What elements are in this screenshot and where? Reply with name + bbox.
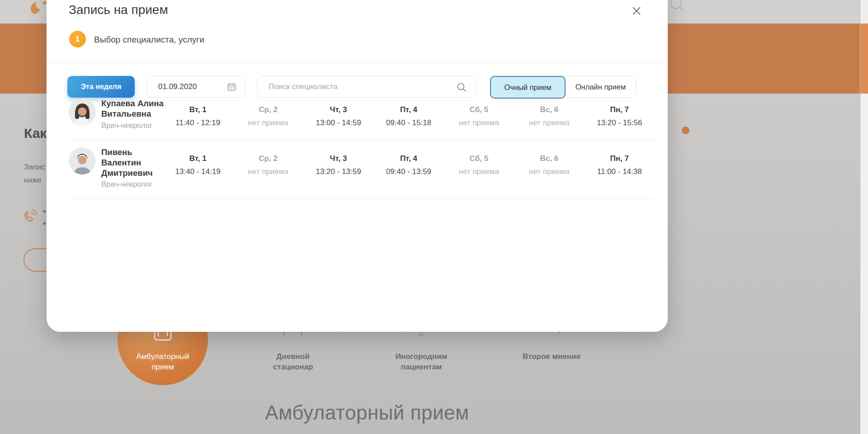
slot-day-label: Пт, 4 — [373, 105, 443, 114]
doctor-row: Купаева Алина ВитальевнаВрач-неврологВт,… — [69, 91, 655, 140]
schedule-slot: Вс, 6нет приема — [514, 98, 584, 130]
service-label: Амбулаторный прием — [129, 352, 197, 373]
slot-time: нет приема — [444, 118, 514, 127]
doctors-schedule-list: Купаева Алина ВитальевнаВрач-неврологВт,… — [69, 91, 655, 199]
service-label: Дневной стационар — [257, 352, 329, 373]
page-text-fragment: ниже — [24, 176, 42, 185]
page-root: Как Запис ниже + + Амбулаторный приемДне… — [0, 0, 868, 434]
decorative-dot — [682, 127, 689, 134]
service-label: Иногородним пациентам — [385, 352, 458, 373]
schedule-cells: Вт, 113:40 - 14:19Ср, 2нет приемаЧт, 313… — [163, 146, 655, 189]
phone-number-fragment: + — [42, 207, 47, 217]
slot-time: нет приема — [514, 167, 584, 176]
slot-day-label: Ср, 2 — [233, 105, 303, 114]
page-text-fragment: Запис — [24, 163, 45, 172]
slot-day-label: Пн, 7 — [585, 154, 655, 163]
appointment-modal: Запись на прием 1 Выбор специалиста, усл… — [47, 0, 668, 332]
schedule-slot: Ср, 2нет приема — [233, 98, 303, 130]
phone-icon — [22, 208, 38, 226]
slot-time: нет приема — [233, 167, 303, 176]
slot-time: 13:20 - 15:56 — [585, 118, 655, 127]
doctor-identity: Купаева Алина ВитальевнаВрач-невролог — [69, 98, 163, 130]
service-label: Второе мнение — [515, 352, 588, 362]
divider — [47, 63, 668, 63]
slot-time: нет приема — [444, 167, 514, 176]
phone-number-fragment: + — [42, 219, 47, 229]
schedule-slot: Сб, 5нет приема — [444, 146, 514, 189]
schedule-slot: Вс, 6нет приема — [514, 146, 584, 189]
slot-time: нет приема — [514, 118, 584, 127]
schedule-slot[interactable]: Вт, 113:40 - 14:19 — [163, 146, 233, 189]
schedule-slot[interactable]: Вт, 111:40 - 12:19 — [163, 98, 233, 130]
page-heading-fragment: Как — [24, 126, 47, 141]
slot-time: 13:20 - 13:59 — [303, 167, 373, 176]
slot-time: 09:40 - 15:18 — [373, 118, 443, 127]
slot-time: нет приема — [233, 118, 303, 127]
schedule-slot: Сб, 5нет приема — [444, 98, 514, 130]
step-label: Выбор специалиста, услуги — [94, 35, 204, 45]
slot-day-label: Вт, 1 — [163, 154, 233, 163]
slot-day-label: Пт, 4 — [373, 154, 443, 163]
schedule-slot[interactable]: Пн, 713:20 - 15:56 — [585, 98, 655, 130]
doctor-avatar — [69, 147, 96, 175]
slot-day-label: Чт, 3 — [303, 105, 373, 114]
slot-day-label: Сб, 5 — [444, 105, 514, 114]
doctor-name: Купаева Алина Витальевна — [101, 98, 165, 119]
doctor-specialty: Врач-невролог — [101, 121, 165, 130]
slot-day-label: Чт, 3 — [303, 154, 373, 163]
modal-title: Запись на прием — [69, 3, 168, 17]
slot-day-label: Вс, 6 — [514, 154, 584, 163]
schedule-slot[interactable]: Пт, 409:40 - 13:59 — [373, 146, 443, 189]
slot-day-label: Ср, 2 — [233, 154, 303, 163]
doctor-row: Пивень Валентин ДмитриевичВрач-неврологВ… — [69, 140, 655, 199]
scrollbar-column[interactable] — [860, 0, 868, 434]
section-title: Амбулаторный прием — [265, 401, 469, 424]
step-number-badge: 1 — [69, 31, 86, 47]
doctor-name: Пивень Валентин Дмитриевич — [101, 147, 165, 179]
doctor-avatar — [69, 99, 96, 126]
slot-day-label: Сб, 5 — [444, 154, 514, 163]
schedule-slot[interactable]: Пн, 711:00 - 14:38 — [585, 146, 655, 189]
schedule-cells: Вт, 111:40 - 12:19Ср, 2нет приемаЧт, 313… — [163, 98, 655, 130]
slot-time: 09:40 - 13:59 — [373, 167, 443, 176]
modal-close-button[interactable] — [630, 5, 643, 18]
slot-day-label: Пн, 7 — [585, 105, 655, 114]
search-icon — [668, 0, 685, 14]
doctor-identity: Пивень Валентин ДмитриевичВрач-невролог — [69, 146, 163, 189]
slot-day-label: Вс, 6 — [514, 105, 584, 114]
schedule-slot[interactable]: Чт, 313:00 - 14:59 — [303, 98, 373, 130]
schedule-slot[interactable]: Чт, 313:20 - 13:59 — [303, 146, 373, 189]
schedule-slot[interactable]: Пт, 409:40 - 15:18 — [373, 98, 443, 130]
slot-day-label: Вт, 1 — [163, 105, 233, 114]
slot-time: 13:40 - 14:19 — [163, 167, 233, 176]
close-icon — [631, 11, 642, 18]
slot-time: 13:00 - 14:59 — [303, 118, 373, 127]
slot-time: 11:40 - 12:19 — [163, 118, 233, 127]
schedule-slot: Ср, 2нет приема — [233, 146, 303, 189]
slot-time: 11:00 - 14:38 — [585, 167, 655, 176]
doctor-specialty: Врач-невролог — [101, 180, 165, 189]
